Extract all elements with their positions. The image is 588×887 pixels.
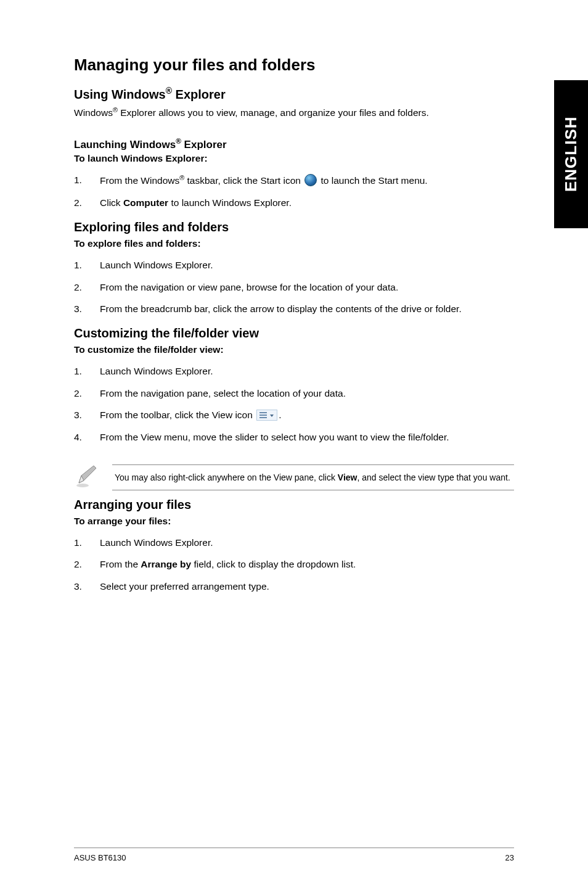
- list-item: 1.Launch Windows Explorer.: [74, 360, 514, 382]
- list-item: 1.Launch Windows Explorer.: [74, 254, 514, 276]
- list-item: 2. Click Computer to launch Windows Expl…: [74, 192, 514, 214]
- text: taskbar, click the Start icon: [184, 175, 303, 186]
- page-footer: ASUS BT6130 23: [74, 848, 514, 862]
- text: to launch the Start menu.: [318, 175, 428, 186]
- text: Windows: [74, 107, 113, 118]
- list-item: 4.From the View menu, move the slider to…: [74, 426, 514, 448]
- heading-text: Using Windows: [74, 88, 166, 101]
- text: to launch Windows Explorer.: [168, 197, 292, 208]
- step-number: 3.: [74, 408, 82, 422]
- instruction-label: To customize the file/folder view:: [74, 344, 514, 355]
- list-item: 2.From the navigation pane, select the l…: [74, 382, 514, 405]
- reg-mark: ®: [166, 86, 172, 96]
- step-number: 4.: [74, 431, 82, 444]
- text: Click: [100, 197, 123, 208]
- pencil-note-icon: [74, 464, 99, 492]
- windows-start-icon: [304, 174, 317, 186]
- reg-mark: ®: [176, 137, 181, 146]
- footer-page-number: 23: [505, 853, 514, 862]
- bold-text: Arrange by: [141, 559, 191, 569]
- text: From the Windows: [100, 175, 179, 186]
- subsection-using-explorer: Using Windows® Explorer: [74, 86, 514, 102]
- svg-point-0: [76, 484, 89, 487]
- list-item: 1.Launch Windows Explorer.: [74, 532, 514, 554]
- note-block: You may also right-click anywhere on the…: [74, 464, 514, 492]
- text: , and select the view type that you want…: [357, 472, 510, 482]
- subsection-arranging: Arranging your files: [74, 498, 514, 512]
- step-number: 3.: [74, 580, 82, 593]
- reg-mark: ®: [179, 174, 184, 181]
- list-item: 2.From the Arrange by field, click to di…: [74, 553, 514, 576]
- step-number: 3.: [74, 302, 82, 316]
- text: Launch Windows Explorer.: [100, 537, 213, 548]
- text: From the: [100, 559, 141, 569]
- view-dropdown-icon: [256, 410, 277, 421]
- text: Launch Windows Explorer.: [100, 366, 213, 376]
- text: Select your preferred arrangement type.: [100, 581, 269, 592]
- subsubsection-launching: Launching Windows® Explorer: [74, 137, 514, 151]
- page-content: Managing your files and folders Using Wi…: [0, 0, 588, 887]
- instruction-label: To arrange your files:: [74, 516, 514, 527]
- bold-text: Computer: [123, 197, 168, 208]
- step-list: 1.Launch Windows Explorer. 2.From the Ar…: [74, 532, 514, 598]
- step-number: 2.: [74, 387, 82, 400]
- instruction-label: To launch Windows Explorer:: [74, 153, 514, 164]
- text: field, click to display the dropdown lis…: [191, 559, 356, 569]
- step-number: 2.: [74, 196, 82, 210]
- heading-text: Explorer: [172, 88, 226, 101]
- instruction-label: To explore files and folders:: [74, 238, 514, 249]
- heading-text: Launching Windows: [74, 138, 176, 150]
- text: From the breadcrumb bar, click the arrow…: [100, 303, 462, 314]
- text: You may also right-click anywhere on the…: [115, 472, 338, 482]
- text: From the toolbar, click the View icon: [100, 410, 255, 420]
- list-item: 3.From the breadcrumb bar, click the arr…: [74, 298, 514, 320]
- step-number: 2.: [74, 558, 82, 571]
- step-number: 1.: [74, 365, 82, 378]
- text: From the navigation pane, select the loc…: [100, 388, 346, 398]
- heading-text: Explorer: [181, 138, 227, 150]
- bold-text: View: [338, 472, 357, 482]
- step-list: 1.Launch Windows Explorer. 2.From the na…: [74, 360, 514, 448]
- list-item: 3.From the toolbar, click the View icon …: [74, 404, 514, 426]
- text: Explorer allows you to view, manage, and…: [118, 107, 429, 118]
- reg-mark: ®: [113, 106, 118, 113]
- list-item: 2.From the navigation or view pane, brow…: [74, 276, 514, 299]
- text: From the navigation or view pane, browse…: [100, 282, 398, 292]
- step-list: 1. From the Windows® taskbar, click the …: [74, 169, 514, 214]
- subsection-exploring: Exploring files and folders: [74, 220, 514, 234]
- list-item: 1. From the Windows® taskbar, click the …: [74, 169, 514, 192]
- text: From the View menu, move the slider to s…: [100, 432, 449, 442]
- note-text: You may also right-click anywhere on the…: [112, 464, 514, 490]
- step-number: 1.: [74, 536, 82, 550]
- text: .: [279, 410, 281, 420]
- footer-product: ASUS BT6130: [74, 853, 126, 862]
- step-number: 1.: [74, 258, 82, 272]
- step-list: 1.Launch Windows Explorer. 2.From the na…: [74, 254, 514, 320]
- list-item: 3.Select your preferred arrangement type…: [74, 576, 514, 598]
- step-number: 1.: [74, 173, 82, 187]
- text: Launch Windows Explorer.: [100, 260, 213, 270]
- subsection-customizing: Customizing the file/folder view: [74, 326, 514, 340]
- page-title: Managing your files and folders: [74, 56, 514, 75]
- body-text: Windows® Explorer allows you to view, ma…: [74, 105, 514, 120]
- step-number: 2.: [74, 281, 82, 294]
